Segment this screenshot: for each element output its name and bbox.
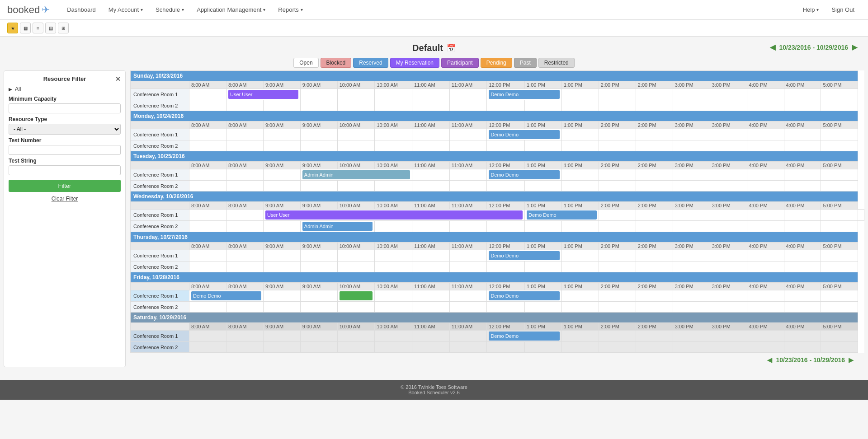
time-slot-cell[interactable] [300, 140, 337, 151]
time-slot-cell[interactable] [226, 262, 263, 272]
view-icon-4[interactable]: ▤ [45, 23, 56, 33]
time-slot-cell[interactable] [189, 140, 226, 151]
time-slot-cell[interactable] [449, 302, 487, 313]
time-slot-cell[interactable] [449, 221, 487, 232]
time-slot-cell[interactable] [226, 221, 263, 232]
time-slot-cell[interactable] [375, 331, 412, 342]
time-slot-cell[interactable] [561, 169, 599, 181]
time-slot-cell[interactable] [821, 250, 858, 262]
reservation-block[interactable]: Demo Demo [489, 170, 560, 179]
time-slot-cell[interactable] [821, 100, 858, 111]
prev-arrow[interactable]: ◀ [770, 43, 775, 51]
test-string-input[interactable] [9, 165, 121, 175]
time-slot-cell[interactable]: Admin Admin [300, 169, 412, 181]
legend-blocked[interactable]: Blocked [321, 58, 352, 68]
time-slot-cell[interactable] [710, 169, 747, 181]
legend-my-reservation[interactable]: My Reservation [390, 58, 439, 68]
time-slot-cell[interactable] [337, 331, 375, 342]
time-slot-cell[interactable] [375, 140, 412, 151]
time-slot-cell[interactable] [673, 140, 710, 151]
time-slot-cell[interactable] [636, 221, 673, 232]
time-slot-cell[interactable] [561, 100, 599, 111]
time-slot-cell[interactable] [375, 302, 412, 313]
time-slot-cell[interactable] [189, 100, 226, 111]
legend-reserved[interactable]: Reserved [353, 58, 388, 68]
time-slot-cell[interactable] [710, 331, 747, 342]
time-slot-cell[interactable] [561, 140, 599, 151]
clear-filter-button[interactable]: Clear Filter [9, 194, 121, 204]
time-slot-cell[interactable] [673, 290, 710, 302]
time-slot-cell[interactable] [561, 262, 599, 272]
time-slot-cell[interactable] [263, 129, 300, 140]
time-slot-cell[interactable] [337, 140, 375, 151]
time-slot-cell[interactable] [784, 250, 821, 262]
time-slot-cell[interactable] [375, 100, 412, 111]
time-slot-cell[interactable] [263, 302, 300, 313]
time-slot-cell[interactable] [449, 169, 487, 181]
time-slot-cell[interactable]: Admin Admin [300, 221, 375, 232]
legend-open[interactable]: Open [293, 58, 318, 68]
time-slot-cell[interactable] [599, 129, 636, 140]
reservation-block[interactable]: Demo Demo [489, 90, 560, 99]
time-slot-cell[interactable] [673, 169, 710, 181]
time-slot-cell[interactable] [300, 129, 337, 140]
time-slot-cell[interactable]: User User [263, 210, 524, 221]
time-slot-cell[interactable] [747, 262, 784, 272]
time-slot-cell[interactable] [412, 262, 450, 272]
time-slot-cell[interactable] [784, 169, 821, 181]
time-slot-cell[interactable] [599, 89, 636, 100]
time-slot-cell[interactable] [226, 210, 263, 221]
time-slot-cell[interactable] [412, 302, 450, 313]
time-slot-cell[interactable] [858, 210, 864, 221]
time-slot-cell[interactable] [784, 100, 821, 111]
time-slot-cell[interactable] [487, 221, 525, 232]
time-slot-cell[interactable] [710, 250, 747, 262]
time-slot-cell[interactable] [784, 342, 821, 353]
nav-help[interactable]: Help ▾ [797, 0, 826, 20]
time-slot-cell[interactable] [673, 221, 710, 232]
time-slot-cell[interactable] [784, 210, 821, 221]
time-slot-cell[interactable] [747, 302, 784, 313]
view-icon-3[interactable]: ≡ [33, 23, 43, 33]
nav-signout[interactable]: Sign Out [825, 0, 861, 20]
min-capacity-input[interactable] [9, 103, 121, 113]
time-slot-cell[interactable] [189, 250, 226, 262]
time-slot-cell[interactable] [747, 140, 784, 151]
time-slot-cell[interactable] [747, 210, 784, 221]
time-slot-cell[interactable] [747, 169, 784, 181]
time-slot-cell[interactable] [189, 89, 226, 100]
time-slot-cell[interactable] [226, 181, 263, 191]
time-slot-cell[interactable] [487, 100, 525, 111]
time-slot-cell[interactable] [412, 181, 450, 191]
time-slot-cell[interactable] [300, 89, 337, 100]
time-slot-cell[interactable] [821, 181, 858, 191]
time-slot-cell[interactable] [784, 129, 821, 140]
time-slot-cell[interactable] [300, 181, 337, 191]
time-slot-cell[interactable] [524, 221, 561, 232]
time-slot-cell[interactable] [561, 302, 599, 313]
nav-dashboard[interactable]: Dashboard [61, 0, 102, 20]
time-slot-cell[interactable] [337, 100, 375, 111]
time-slot-cell[interactable] [412, 342, 450, 353]
time-slot-cell[interactable] [189, 129, 226, 140]
view-icon-5[interactable]: ⊞ [58, 23, 69, 33]
nav-schedule[interactable]: Schedule ▾ [149, 0, 190, 20]
time-slot-cell[interactable] [524, 342, 561, 353]
time-slot-cell[interactable] [821, 290, 858, 302]
time-slot-cell[interactable] [412, 290, 450, 302]
time-slot-cell[interactable] [412, 89, 450, 100]
time-slot-cell[interactable] [821, 331, 858, 342]
time-slot-cell[interactable]: Demo Demo [524, 210, 599, 221]
time-slot-cell[interactable]: Demo Demo [487, 169, 562, 181]
legend-participant[interactable]: Participant [441, 58, 479, 68]
time-slot-cell[interactable] [375, 250, 412, 262]
time-slot-cell[interactable] [561, 250, 599, 262]
reservation-block[interactable]: Demo Demo [489, 332, 560, 341]
time-slot-cell[interactable] [412, 140, 450, 151]
time-slot-cell[interactable] [636, 210, 673, 221]
time-slot-cell[interactable] [784, 290, 821, 302]
time-slot-cell[interactable] [189, 262, 226, 272]
time-slot-cell[interactable] [747, 100, 784, 111]
time-slot-cell[interactable] [412, 129, 450, 140]
nav-app-management[interactable]: Application Management ▾ [190, 0, 272, 20]
